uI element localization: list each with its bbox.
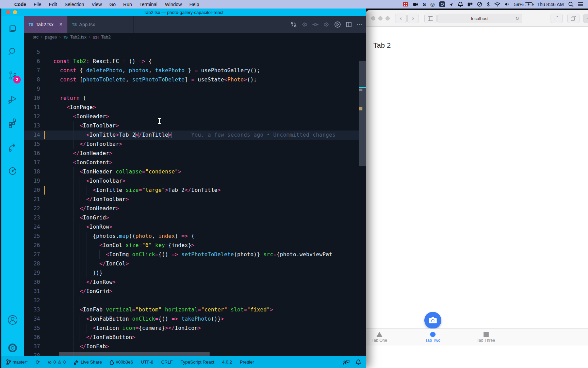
tab-tab-two[interactable]: Tab Two: [414, 329, 452, 346]
more-actions-button[interactable]: ⋯: [357, 21, 363, 28]
breadcrumb-pages[interactable]: pages: [45, 34, 57, 40]
code-line-15[interactable]: 15 </IonToolbar>: [24, 140, 366, 149]
editor-tab-app.tsx[interactable]: TSApp.tsx: [67, 16, 134, 33]
activity-account[interactable]: [1, 311, 24, 329]
code-line-24[interactable]: 24 <IonRow>: [24, 223, 366, 232]
status-bell-button[interactable]: [356, 359, 361, 365]
split-editor-button[interactable]: [346, 21, 352, 28]
code-line-28[interactable]: 28 </IonCol>: [24, 259, 366, 269]
editor-tab-tab2.tsx[interactable]: TSTab2.tsx×: [24, 16, 67, 33]
split-view-icon[interactable]: [468, 0, 473, 9]
activity-source-control[interactable]: 2: [1, 66, 24, 84]
wifi-icon[interactable]: [494, 0, 500, 9]
breadcrumb-file[interactable]: Tab2.tsx: [70, 34, 86, 40]
camera-fab-button[interactable]: [424, 312, 441, 329]
safari-zoom-button[interactable]: [386, 16, 390, 20]
code-editor[interactable]: 56const Tab2: React.FC = () => {7 const …: [24, 41, 366, 356]
menu-go[interactable]: Go: [109, 2, 116, 7]
menu-help[interactable]: Help: [189, 2, 199, 7]
code-line-20[interactable]: 20 <IonTitle size="large">Tab 2</IonTitl…: [24, 186, 366, 195]
code-line-11[interactable]: 11 <IonPage>: [24, 103, 366, 112]
status-sync[interactable]: ⟳: [36, 359, 40, 365]
menu-file[interactable]: File: [34, 2, 42, 7]
activity-search[interactable]: [1, 43, 24, 60]
menu-app-name[interactable]: Code: [14, 2, 26, 7]
code-line-29[interactable]: 29 ))}: [24, 269, 366, 278]
bluetooth-icon[interactable]: [487, 0, 490, 9]
screen-record-icon[interactable]: [413, 0, 418, 9]
menu-selection[interactable]: Selection: [65, 2, 84, 7]
battery-indicator[interactable]: 59%: [514, 0, 533, 9]
horizontal-scrollbar[interactable]: [59, 352, 210, 356]
code-line-13[interactable]: 13 <IonToolbar>: [24, 121, 366, 131]
forward-button[interactable]: ›: [407, 14, 419, 23]
close-button[interactable]: [6, 10, 10, 14]
code-line-19[interactable]: 19 <IonToolbar>: [24, 177, 366, 186]
code-line-14[interactable]: 14 <IonTitle>Tab 2</IonTitle> You, a few…: [24, 131, 366, 140]
nav-back-button[interactable]: [301, 21, 308, 28]
editor-scrollbar[interactable]: [359, 61, 366, 166]
code-line-31[interactable]: 31 </IonGrid>: [24, 287, 366, 296]
vscode-title-bar[interactable]: Tab2.tsx — photo-gallery-capacitor-react: [1, 9, 366, 16]
code-line-22[interactable]: 22 </IonHeader>: [24, 204, 366, 213]
code-line-7[interactable]: 7 const { deletePhoto, photos, takePhoto…: [24, 66, 366, 75]
code-line-37[interactable]: 37 </IonFab>: [24, 342, 366, 351]
code-line-5[interactable]: 5: [24, 48, 366, 57]
code-line-10[interactable]: 10 return (: [24, 94, 366, 103]
notification-bell-icon[interactable]: [458, 0, 463, 9]
status-master-[interactable]: master*: [6, 359, 28, 365]
code-line-25[interactable]: 25 {photos.map((photo, index) => (: [24, 232, 366, 241]
maximize-button[interactable]: [6, 10, 6, 14]
address-bar[interactable]: localhost ↻: [437, 14, 522, 23]
code-line-32[interactable]: 32: [24, 296, 366, 305]
code-line-6[interactable]: 6const Tab2: React.FC = () => {: [24, 57, 366, 66]
safari-minimize-button[interactable]: [378, 16, 382, 20]
status-feedback-button[interactable]: [343, 359, 349, 365]
refresh-icon[interactable]: ↻: [515, 16, 519, 21]
activity-extensions[interactable]: [1, 114, 24, 132]
activity-live-share[interactable]: [1, 138, 24, 156]
status--00b3e6[interactable]: #00b3e6: [110, 359, 133, 365]
code-line-16[interactable]: 16 </IonHeader>: [24, 149, 366, 158]
menu-terminal[interactable]: Terminal: [140, 2, 158, 7]
code-line-23[interactable]: 23 <IonGrid>: [24, 213, 366, 223]
status-utf-8[interactable]: UTF-8: [141, 359, 153, 365]
run-circle-button[interactable]: [334, 21, 341, 28]
code-line-18[interactable]: 18 <IonHeader collapse="condense">: [24, 167, 366, 177]
tab-tab-one[interactable]: Tab One: [361, 329, 398, 346]
breadcrumb[interactable]: src › pages › TS Tab2.tsx › [@] Tab2: [24, 33, 366, 41]
git-compare-button[interactable]: [291, 21, 297, 28]
breadcrumb-symbol[interactable]: Tab2: [101, 34, 111, 40]
code-line-36[interactable]: 36 </IonFabButton>: [24, 333, 366, 342]
code-line-35[interactable]: 35 <IonIcon icon={camera}></IonIcon>: [24, 324, 366, 333]
code-line-26[interactable]: 26 <IonCol size="6" key={index}>: [24, 241, 366, 250]
status-0-0[interactable]: ⊘0⚠0: [48, 359, 66, 365]
menu-clock[interactable]: Thu 8:46 AM: [537, 0, 564, 9]
safari-window-controls[interactable]: [371, 16, 390, 20]
activity-run-debug[interactable]: [1, 90, 24, 108]
menu-edit[interactable]: Edit: [49, 2, 57, 7]
menu-window[interactable]: Window: [165, 2, 182, 7]
sidebar-button[interactable]: [424, 14, 437, 23]
code-line-12[interactable]: 12 <IonHeader>: [24, 112, 366, 121]
code-line-33[interactable]: 33 <IonFab vertical="bottom" horizontal=…: [24, 305, 366, 315]
breadcrumb-src[interactable]: src: [33, 34, 38, 40]
nav-forward-button[interactable]: [323, 21, 329, 28]
code-line-8[interactable]: 8 const [photoToDelete, setPhotoToDelete…: [24, 75, 366, 85]
safari-close-button[interactable]: [371, 16, 375, 20]
activity-test-gauge[interactable]: [1, 162, 24, 180]
status-4-0-2[interactable]: 4.0.2: [222, 359, 232, 365]
activity-explorer[interactable]: [1, 19, 24, 36]
status-prettier[interactable]: Prettier: [240, 359, 254, 365]
code-line-34[interactable]: 34 <IonFabButton onClick={() => takePhot…: [24, 315, 366, 324]
status-typescript-react[interactable]: TypeScript React: [181, 359, 214, 365]
rocket-icon[interactable]: ➤: [450, 0, 453, 9]
status-live-share[interactable]: Live Share: [74, 359, 102, 365]
activity-settings-gear[interactable]: [1, 339, 24, 357]
focus-mode-icon[interactable]: [477, 0, 482, 9]
back-button[interactable]: ‹: [395, 14, 407, 23]
tab-tab-three[interactable]: Tab Three: [467, 329, 505, 346]
code-line-30[interactable]: 30 </IonRow>: [24, 278, 366, 287]
new-tab-button[interactable]: +: [583, 14, 588, 23]
vscode-window-controls[interactable]: [6, 10, 17, 14]
